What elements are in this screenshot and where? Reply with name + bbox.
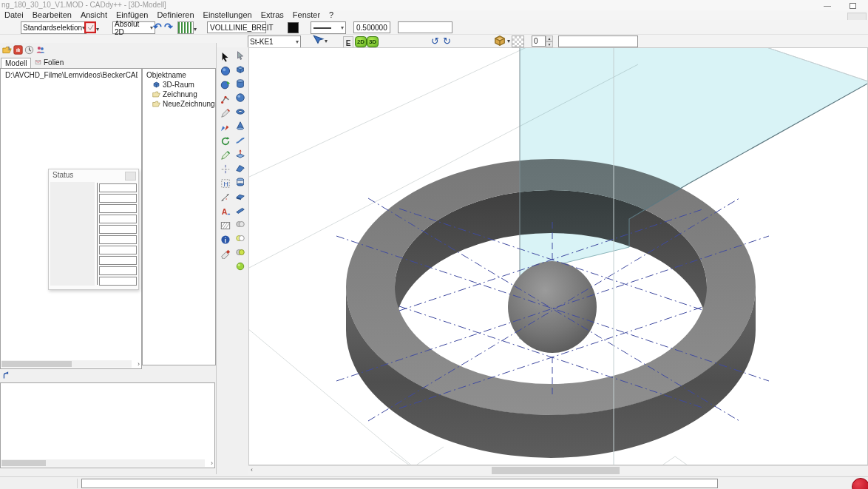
tool-annotate-button[interactable] [219,149,231,161]
tool-select-button[interactable] [219,50,231,63]
depth-spinner-arrows[interactable]: ▲▼ [546,36,553,47]
status-window-button[interactable] [125,172,136,181]
tool-box-button[interactable] [234,63,246,75]
status-field-1[interactable] [99,183,137,192]
selection-mode-combo[interactable]: Standardselektion ▾ [21,21,87,34]
tool-pick-solid-button[interactable] [234,49,246,61]
select-rect-button[interactable] [84,21,96,33]
tool-sphere-button[interactable] [234,91,246,104]
tool-text-button[interactable]: A [219,205,231,217]
tree-hscrollbar[interactable] [1,360,132,368]
view-2d-button[interactable]: 2D [355,36,367,47]
tool-centerline-button[interactable] [219,163,231,175]
tab-modell[interactable]: Modell [1,58,31,68]
linestyle-combo[interactable]: ▾ [311,21,346,34]
status-field-3[interactable] [99,204,137,213]
menu-einfuegen[interactable]: Einfügen [112,10,152,20]
coord-system-combo[interactable]: Absolut 2D ▾ [112,21,155,34]
tool-plate-button[interactable] [234,189,246,202]
status-field-4[interactable] [99,215,137,223]
tree-root-item[interactable]: D:\AVCHD_Filme\Lernvideos\BeckerCAD 3D P… [3,70,138,79]
snap-mode-button[interactable]: ▾ [311,35,328,47]
tool-extrude-button[interactable] [234,147,246,160]
status-field-8[interactable] [99,256,137,265]
tool-union-button[interactable] [234,217,246,230]
status-field-10[interactable] [99,277,137,286]
viewport-hscrollbar-thumb[interactable] [492,467,620,474]
menu-ansicht[interactable]: Ansicht [76,10,112,20]
sphere-solid[interactable] [508,261,597,353]
tool-sweep-button[interactable] [234,133,246,146]
tool-loft-button[interactable] [234,175,246,188]
tool-sphere-rotate-button[interactable] [219,78,231,91]
record-macro-button[interactable] [13,45,23,55]
menu-extras[interactable]: Extras [257,10,288,20]
tool-edit-geometry-button[interactable] [219,121,231,133]
menu-help[interactable]: ? [325,10,338,20]
status-field-7[interactable] [99,246,137,254]
grid-pattern-dropdown[interactable]: ▾ [194,23,197,35]
tool-kinematic-button[interactable] [219,92,231,105]
object-item-neuezeichnung[interactable]: NeueZeichnung [152,100,215,108]
tree-hscrollbar-thumb[interactable] [1,361,72,367]
tool-sphere-view-button[interactable] [219,64,231,77]
menu-einstellungen[interactable]: Einstellungen [199,10,257,20]
history-button[interactable] [24,45,34,55]
viewport-scroll-left-button[interactable]: ‹ [251,467,253,473]
tool-hatch-button[interactable] [219,219,231,232]
tool-boolean-button[interactable] [234,260,246,272]
minimize-button[interactable]: — [818,1,837,10]
object-item-3d-raum[interactable]: 3D-Raum [152,81,194,89]
command-input[interactable] [81,479,718,488]
undo-button[interactable]: ↶ [153,21,162,33]
render-mode-button[interactable]: ▾ [492,35,510,47]
tool-cylinder-button[interactable] [234,77,246,90]
jump-back-button[interactable] [2,371,12,380]
status-field-6[interactable] [99,235,137,244]
tool-subtract-button[interactable] [234,232,246,244]
object-item-zeichnung[interactable]: Zeichnung [152,90,197,98]
tool-dimension-button[interactable]: ° [219,191,231,203]
grid-toggle-button[interactable] [512,36,524,47]
linetype-field[interactable]: VOLLLINIE_BREIT [207,21,266,33]
tool-select-height-button[interactable]: H [219,177,231,189]
select-rect-dropdown[interactable]: ▾ [96,23,99,35]
rotate-right-button[interactable]: ↻ [443,35,451,47]
tool-cone-button[interactable] [234,119,246,132]
menu-bearbeiten[interactable]: Bearbeiten [28,10,76,20]
redo-button[interactable]: ↷ [164,21,173,33]
message-hscrollbar-thumb[interactable] [1,460,46,466]
menu-definieren[interactable]: Definieren [152,10,198,20]
users-button[interactable] [35,45,45,55]
color-swatch-button[interactable] [288,21,299,33]
tool-erase-button[interactable] [219,247,231,260]
status-field-9[interactable] [99,266,137,275]
tool-bar-button[interactable] [234,203,246,216]
linewidth-field[interactable]: 0.500000 [353,21,390,33]
view-3d-button[interactable]: 3D [367,36,379,47]
message-panel[interactable]: › [0,382,215,468]
message-scroll-right-button[interactable]: › [211,460,213,467]
tool-wedge-button[interactable] [234,161,246,174]
viewport-3d[interactable] [248,47,868,465]
restore-button[interactable] [843,1,862,10]
view-extra-field[interactable] [558,36,638,47]
new-model-button[interactable]: 1 [2,45,12,55]
spinner-down-icon[interactable]: ▼ [546,41,553,47]
status-field-2[interactable] [99,194,137,203]
rotate-left-button[interactable]: ↺ [431,35,439,47]
tab-folien[interactable]: Folien [31,58,67,67]
attribute-field[interactable] [398,21,452,33]
message-hscrollbar[interactable] [1,459,205,467]
tool-torus-button[interactable] [234,105,246,118]
grid-pattern-button[interactable] [177,21,194,34]
menu-datei[interactable]: Datei [0,10,28,20]
status-field-5[interactable] [99,225,137,234]
viewport-hscrollbar[interactable]: ‹ [248,465,868,475]
depth-spinner-value[interactable]: 0 [532,36,546,47]
tool-intersect-button[interactable] [234,246,246,258]
status-window[interactable]: Status [48,169,139,290]
layer-combo[interactable]: St-KE1 ▾ [248,36,301,48]
tree-scroll-right-button[interactable]: › [138,361,140,368]
menu-fenster[interactable]: Fenster [288,10,325,20]
